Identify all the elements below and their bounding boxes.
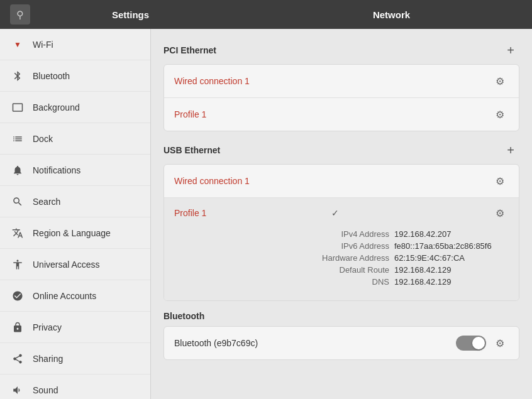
sidebar-item-wifi[interactable]: ▼ Wi-Fi [0, 29, 150, 60]
sidebar: ▼ Wi-Fi Bluetooth Background [0, 29, 151, 399]
dns-key: DNS [289, 277, 389, 287]
ipv4-key: IPv4 Address [289, 229, 389, 239]
toggle-knob [472, 337, 485, 349]
bluetooth-gear-button[interactable]: ⚙ [491, 334, 509, 352]
sidebar-item-notifications-label: Notifications [33, 165, 80, 175]
usb-ethernet-card: Wired connection 1 ⚙ Profile 1 ✓ ⚙ IPv4 … [163, 164, 519, 301]
ipv4-value: 192.168.42.207 [394, 229, 507, 239]
bluetooth-card: Bluetooth (e9b7c69c) ✕ ⚙ [163, 326, 519, 360]
bluetooth-device-label: Bluetooth (e9b7c69c) [174, 338, 456, 348]
sidebar-item-universal[interactable]: Universal Access [0, 249, 150, 280]
pci-profile1-row: Profile 1 ⚙ [164, 98, 519, 131]
usb-profile1-header: Profile 1 ✓ ⚙ [174, 204, 509, 222]
usb-profile1-label: Profile 1 [174, 208, 326, 218]
background-icon [10, 100, 25, 115]
sidebar-item-privacy[interactable]: Privacy [0, 312, 150, 343]
usb-wired1-gear-button[interactable]: ⚙ [491, 172, 509, 190]
usb-profile1-expanded-row: Profile 1 ✓ ⚙ IPv4 Address 192.168.42.20… [164, 198, 519, 300]
usb-wired1-label: Wired connection 1 [174, 176, 491, 186]
pci-wired1-row: Wired connection 1 ⚙ [164, 65, 519, 98]
dns-value: 192.168.42.129 [394, 277, 507, 287]
main-layout: ▼ Wi-Fi Bluetooth Background [0, 29, 532, 399]
sidebar-item-privacy-label: Privacy [33, 322, 62, 332]
pci-wired1-label: Wired connection 1 [174, 76, 491, 86]
route-key: Default Route [289, 265, 389, 275]
sidebar-item-background-label: Background [33, 102, 80, 112]
sidebar-item-region[interactable]: Region & Language [0, 217, 150, 249]
sidebar-item-universal-label: Universal Access [33, 260, 100, 270]
usb-ethernet-add-button[interactable]: + [502, 141, 519, 159]
sidebar-item-background[interactable]: Background [0, 92, 150, 123]
pci-profile1-label: Profile 1 [174, 109, 491, 119]
route-value: 192.168.42.129 [394, 265, 507, 275]
hw-address-row: Hardware Address 62:15:9E:4C:67:CA [175, 253, 507, 263]
privacy-icon [10, 320, 25, 335]
pci-profile1-gear-button[interactable]: ⚙ [491, 106, 509, 123]
usb-wired1-row: Wired connection 1 ⚙ [164, 165, 519, 198]
profile1-checkmark: ✓ [331, 208, 339, 218]
sidebar-item-search[interactable]: Search [0, 186, 150, 217]
hw-value: 62:15:9E:4C:67:CA [394, 253, 507, 263]
usb-ethernet-section-header: USB Ethernet + [163, 141, 519, 159]
dock-icon [10, 131, 25, 146]
bluetooth-toggle-track[interactable]: ✕ [456, 336, 486, 351]
ipv6-key: IPv6 Address [289, 241, 389, 251]
online-accounts-icon [10, 288, 25, 303]
sidebar-item-sound[interactable]: Sound [0, 374, 150, 399]
bluetooth-section-header: Bluetooth [163, 311, 519, 321]
default-route-row: Default Route 192.168.42.129 [175, 265, 507, 275]
wifi-arrow-icon: ▼ [10, 37, 25, 52]
sidebar-item-dock[interactable]: Dock [0, 123, 150, 155]
universal-icon [10, 257, 25, 272]
sharing-icon [10, 351, 25, 366]
bluetooth-toggle[interactable]: ✕ [456, 336, 486, 351]
sidebar-item-dock-label: Dock [33, 134, 53, 144]
sidebar-item-sharing[interactable]: Sharing [0, 343, 150, 374]
pci-ethernet-title: PCI Ethernet [163, 45, 216, 55]
notifications-icon [10, 163, 25, 178]
sidebar-item-sharing-label: Sharing [33, 354, 63, 364]
region-icon [10, 226, 25, 241]
pci-ethernet-add-button[interactable]: + [502, 41, 519, 59]
sidebar-item-sound-label: Sound [33, 385, 58, 395]
profile1-details-table: IPv4 Address 192.168.42.207 IPv6 Address… [174, 228, 509, 290]
sidebar-item-search-label: Search [33, 197, 60, 207]
sidebar-item-wifi-label: Wi-Fi [33, 40, 53, 50]
dns-row: DNS 192.168.42.129 [175, 277, 507, 287]
usb-ethernet-title: USB Ethernet [163, 145, 220, 155]
network-title: Network [261, 9, 522, 20]
sidebar-item-bluetooth-label: Bluetooth [33, 71, 70, 81]
app-header: ⚲ Settings Network [0, 0, 532, 29]
bluetooth-section-title: Bluetooth [163, 311, 204, 321]
sound-icon [10, 383, 25, 398]
search-nav-icon [10, 194, 25, 209]
pci-ethernet-section-header: PCI Ethernet + [163, 41, 519, 59]
content-area: PCI Ethernet + Wired connection 1 ⚙ Prof… [151, 29, 532, 399]
ipv4-row: IPv4 Address 192.168.42.207 [175, 229, 507, 239]
pci-wired1-gear-button[interactable]: ⚙ [491, 72, 509, 90]
sidebar-item-online[interactable]: Online Accounts [0, 280, 150, 312]
sidebar-item-region-label: Region & Language [33, 228, 111, 238]
hw-key: Hardware Address [289, 253, 389, 263]
sidebar-item-notifications[interactable]: Notifications [0, 155, 150, 186]
pci-ethernet-card: Wired connection 1 ⚙ Profile 1 ⚙ [163, 64, 519, 131]
usb-profile1-gear-button[interactable]: ⚙ [491, 204, 509, 222]
sidebar-item-bluetooth[interactable]: Bluetooth [0, 60, 150, 92]
bluetooth-device-row: Bluetooth (e9b7c69c) ✕ ⚙ [164, 327, 519, 359]
ipv6-value: fe80::17aa:65ba:2c86:85f6 [394, 241, 507, 251]
sidebar-item-online-label: Online Accounts [33, 291, 96, 301]
bluetooth-icon [10, 68, 25, 84]
settings-title: Settings [0, 9, 261, 20]
ipv6-row: IPv6 Address fe80::17aa:65ba:2c86:85f6 [175, 241, 507, 251]
